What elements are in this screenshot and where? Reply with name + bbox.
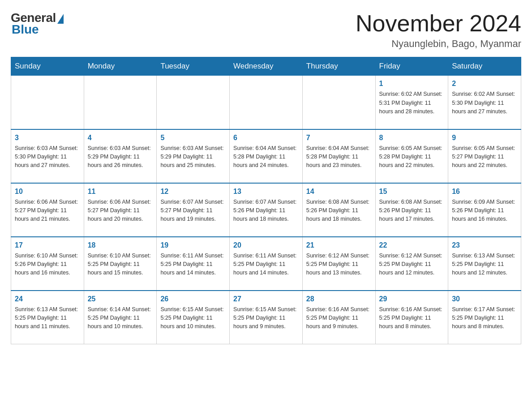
day-info: Sunrise: 6:05 AM Sunset: 5:28 PM Dayligh… xyxy=(379,144,445,170)
day-info: Sunrise: 6:16 AM Sunset: 5:25 PM Dayligh… xyxy=(379,305,445,331)
calendar-header-row: Sunday Monday Tuesday Wednesday Thursday… xyxy=(11,57,521,76)
calendar-cell-w4-d3: 19Sunrise: 6:11 AM Sunset: 5:25 PM Dayli… xyxy=(157,237,230,291)
calendar-cell-w4-d5: 21Sunrise: 6:12 AM Sunset: 5:25 PM Dayli… xyxy=(302,237,375,291)
calendar-cell-w1-d7: 2Sunrise: 6:02 AM Sunset: 5:30 PM Daylig… xyxy=(448,76,521,129)
calendar-cell-w4-d4: 20Sunrise: 6:11 AM Sunset: 5:25 PM Dayli… xyxy=(230,237,303,291)
day-number: 21 xyxy=(306,240,372,251)
calendar-cell-w5-d1: 24Sunrise: 6:13 AM Sunset: 5:25 PM Dayli… xyxy=(11,291,84,344)
day-number: 12 xyxy=(160,186,226,197)
calendar-cell-w2-d2: 4Sunrise: 6:03 AM Sunset: 5:29 PM Daylig… xyxy=(84,129,157,183)
location-title: Nyaunglebin, Bago, Myanmar xyxy=(356,38,521,50)
day-number: 19 xyxy=(160,240,226,251)
day-info: Sunrise: 6:10 AM Sunset: 5:25 PM Dayligh… xyxy=(88,252,153,278)
calendar-cell-w1-d3 xyxy=(157,76,230,129)
calendar-cell-w5-d5: 28Sunrise: 6:16 AM Sunset: 5:25 PM Dayli… xyxy=(302,291,375,344)
calendar-cell-w5-d4: 27Sunrise: 6:15 AM Sunset: 5:25 PM Dayli… xyxy=(230,291,303,344)
calendar-cell-w1-d2 xyxy=(84,76,157,129)
calendar-cell-w3-d3: 12Sunrise: 6:07 AM Sunset: 5:27 PM Dayli… xyxy=(157,183,230,237)
page-header: General Blue November 2024 Nyaunglebin, … xyxy=(11,11,521,50)
day-number: 2 xyxy=(452,78,517,89)
day-info: Sunrise: 6:02 AM Sunset: 5:31 PM Dayligh… xyxy=(379,90,445,116)
header-sunday: Sunday xyxy=(11,57,84,76)
day-number: 23 xyxy=(452,240,517,251)
day-number: 26 xyxy=(160,294,226,304)
day-number: 27 xyxy=(233,294,299,304)
day-number: 5 xyxy=(160,133,226,143)
calendar-cell-w4-d1: 17Sunrise: 6:10 AM Sunset: 5:26 PM Dayli… xyxy=(11,237,84,291)
header-monday: Monday xyxy=(84,57,157,76)
day-number: 8 xyxy=(379,133,445,143)
calendar-cell-w2-d1: 3Sunrise: 6:03 AM Sunset: 5:30 PM Daylig… xyxy=(11,129,84,183)
calendar-cell-w4-d2: 18Sunrise: 6:10 AM Sunset: 5:25 PM Dayli… xyxy=(84,237,157,291)
day-info: Sunrise: 6:08 AM Sunset: 5:26 PM Dayligh… xyxy=(379,198,445,224)
day-info: Sunrise: 6:17 AM Sunset: 5:25 PM Dayligh… xyxy=(452,305,517,331)
calendar-cell-w5-d6: 29Sunrise: 6:16 AM Sunset: 5:25 PM Dayli… xyxy=(375,291,448,344)
day-info: Sunrise: 6:16 AM Sunset: 5:25 PM Dayligh… xyxy=(306,305,372,331)
day-info: Sunrise: 6:13 AM Sunset: 5:25 PM Dayligh… xyxy=(15,305,80,331)
day-number: 1 xyxy=(379,78,445,89)
logo-blue-text: Blue xyxy=(12,22,39,37)
day-number: 17 xyxy=(15,240,80,251)
logo: General Blue xyxy=(11,11,64,37)
calendar-cell-w3-d6: 15Sunrise: 6:08 AM Sunset: 5:26 PM Dayli… xyxy=(375,183,448,237)
calendar-cell-w3-d7: 16Sunrise: 6:09 AM Sunset: 5:26 PM Dayli… xyxy=(448,183,521,237)
day-info: Sunrise: 6:15 AM Sunset: 5:25 PM Dayligh… xyxy=(160,305,226,331)
day-info: Sunrise: 6:12 AM Sunset: 5:25 PM Dayligh… xyxy=(306,252,372,278)
calendar-cell-w1-d5 xyxy=(302,76,375,129)
calendar-cell-w4-d7: 23Sunrise: 6:13 AM Sunset: 5:25 PM Dayli… xyxy=(448,237,521,291)
calendar-week-5: 24Sunrise: 6:13 AM Sunset: 5:25 PM Dayli… xyxy=(11,291,521,344)
month-title: November 2024 xyxy=(356,11,521,36)
calendar-cell-w4-d6: 22Sunrise: 6:12 AM Sunset: 5:25 PM Dayli… xyxy=(375,237,448,291)
day-number: 29 xyxy=(379,294,445,304)
header-friday: Friday xyxy=(375,57,448,76)
calendar-cell-w3-d5: 14Sunrise: 6:08 AM Sunset: 5:26 PM Dayli… xyxy=(302,183,375,237)
day-info: Sunrise: 6:04 AM Sunset: 5:28 PM Dayligh… xyxy=(306,144,372,170)
day-info: Sunrise: 6:09 AM Sunset: 5:26 PM Dayligh… xyxy=(452,198,517,224)
day-number: 3 xyxy=(15,133,80,143)
day-info: Sunrise: 6:14 AM Sunset: 5:25 PM Dayligh… xyxy=(88,305,153,331)
calendar-cell-w2-d4: 6Sunrise: 6:04 AM Sunset: 5:28 PM Daylig… xyxy=(230,129,303,183)
day-number: 14 xyxy=(306,186,372,197)
calendar-week-4: 17Sunrise: 6:10 AM Sunset: 5:26 PM Dayli… xyxy=(11,237,521,291)
calendar-cell-w1-d6: 1Sunrise: 6:02 AM Sunset: 5:31 PM Daylig… xyxy=(375,76,448,129)
day-info: Sunrise: 6:12 AM Sunset: 5:25 PM Dayligh… xyxy=(379,252,445,278)
calendar-cell-w2-d6: 8Sunrise: 6:05 AM Sunset: 5:28 PM Daylig… xyxy=(375,129,448,183)
day-info: Sunrise: 6:05 AM Sunset: 5:27 PM Dayligh… xyxy=(452,144,517,170)
day-number: 18 xyxy=(88,240,153,251)
day-info: Sunrise: 6:02 AM Sunset: 5:30 PM Dayligh… xyxy=(452,90,517,116)
day-number: 13 xyxy=(233,186,299,197)
day-info: Sunrise: 6:04 AM Sunset: 5:28 PM Dayligh… xyxy=(233,144,299,170)
day-number: 30 xyxy=(452,294,517,304)
day-number: 4 xyxy=(88,133,153,143)
day-number: 22 xyxy=(379,240,445,251)
day-number: 7 xyxy=(306,133,372,143)
day-info: Sunrise: 6:03 AM Sunset: 5:29 PM Dayligh… xyxy=(88,144,153,170)
day-info: Sunrise: 6:06 AM Sunset: 5:27 PM Dayligh… xyxy=(88,198,153,224)
day-number: 20 xyxy=(233,240,299,251)
day-number: 9 xyxy=(452,133,517,143)
calendar-cell-w5-d3: 26Sunrise: 6:15 AM Sunset: 5:25 PM Dayli… xyxy=(157,291,230,344)
day-number: 16 xyxy=(452,186,517,197)
calendar-week-1: 1Sunrise: 6:02 AM Sunset: 5:31 PM Daylig… xyxy=(11,76,521,129)
day-info: Sunrise: 6:11 AM Sunset: 5:25 PM Dayligh… xyxy=(160,252,226,278)
day-number: 10 xyxy=(15,186,80,197)
day-info: Sunrise: 6:06 AM Sunset: 5:27 PM Dayligh… xyxy=(15,198,80,224)
calendar-cell-w3-d1: 10Sunrise: 6:06 AM Sunset: 5:27 PM Dayli… xyxy=(11,183,84,237)
day-info: Sunrise: 6:13 AM Sunset: 5:25 PM Dayligh… xyxy=(452,252,517,278)
day-number: 28 xyxy=(306,294,372,304)
day-info: Sunrise: 6:15 AM Sunset: 5:25 PM Dayligh… xyxy=(233,305,299,331)
calendar-cell-w5-d2: 25Sunrise: 6:14 AM Sunset: 5:25 PM Dayli… xyxy=(84,291,157,344)
title-block: November 2024 Nyaunglebin, Bago, Myanmar xyxy=(356,11,521,50)
calendar-cell-w5-d7: 30Sunrise: 6:17 AM Sunset: 5:25 PM Dayli… xyxy=(448,291,521,344)
calendar-week-2: 3Sunrise: 6:03 AM Sunset: 5:30 PM Daylig… xyxy=(11,129,521,183)
calendar-cell-w1-d4 xyxy=(230,76,303,129)
day-number: 25 xyxy=(88,294,153,304)
day-info: Sunrise: 6:11 AM Sunset: 5:25 PM Dayligh… xyxy=(233,252,299,278)
calendar-cell-w2-d7: 9Sunrise: 6:05 AM Sunset: 5:27 PM Daylig… xyxy=(448,129,521,183)
day-info: Sunrise: 6:07 AM Sunset: 5:27 PM Dayligh… xyxy=(160,198,226,224)
calendar-week-3: 10Sunrise: 6:06 AM Sunset: 5:27 PM Dayli… xyxy=(11,183,521,237)
day-number: 15 xyxy=(379,186,445,197)
header-thursday: Thursday xyxy=(302,57,375,76)
calendar-cell-w3-d4: 13Sunrise: 6:07 AM Sunset: 5:26 PM Dayli… xyxy=(230,183,303,237)
day-number: 6 xyxy=(233,133,299,143)
